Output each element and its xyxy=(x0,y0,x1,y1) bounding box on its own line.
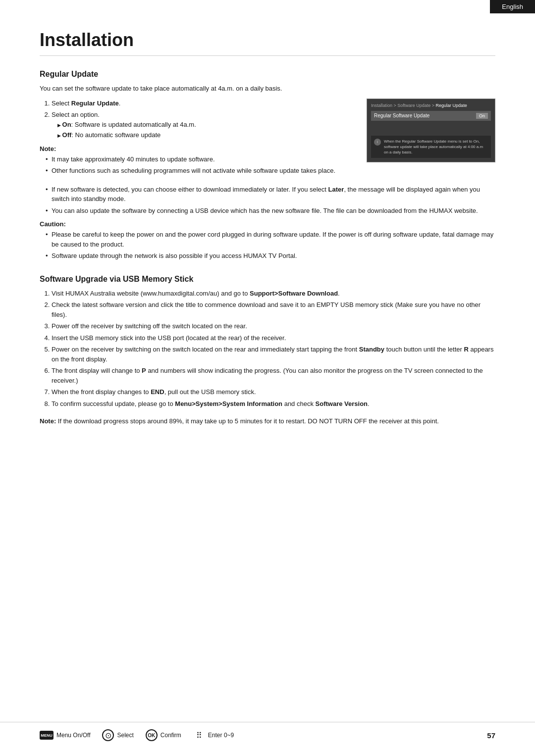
note-bullet-4: You can also update the software by conn… xyxy=(46,206,495,216)
option-on: On: Software is updated automatically at… xyxy=(57,120,357,130)
page-title: Installation xyxy=(40,30,495,56)
screen-breadcrumb: Installation > Software Update > Regular… xyxy=(371,103,491,108)
regular-update-twocol: Select Regular Update. Select an option.… xyxy=(40,99,495,180)
footer-controls: MENU Menu On/Off ⊙ Select OK Confirm ⠿ E… xyxy=(40,729,234,741)
note-label: Note: xyxy=(40,145,357,152)
regular-update-heading: Regular Update xyxy=(40,70,495,79)
footer-enter-control: ⠿ Enter 0~9 xyxy=(193,729,234,741)
usb-step-3: Power off the receiver by switching off … xyxy=(52,321,495,331)
screen-note-text: When the Regular Software Update menu is… xyxy=(384,139,488,155)
note-bullet-2: Other functions such as scheduling progr… xyxy=(46,166,357,176)
arrow-options: On: Software is updated automatically at… xyxy=(57,120,357,140)
footer-confirm-control: OK Confirm xyxy=(146,729,181,741)
footer-menu-control: MENU Menu On/Off xyxy=(40,731,90,740)
usb-step-6: The front display will change to P and n… xyxy=(52,366,495,385)
regular-update-screen: Installation > Software Update > Regular… xyxy=(367,99,495,180)
note-bullet-1: It may take approximately 40 minutes to … xyxy=(46,154,357,164)
footer-select-control: ⊙ Select xyxy=(102,729,133,741)
caution-bullets: Please be careful to keep the power on a… xyxy=(46,230,495,261)
screen-note: i When the Regular Software Update menu … xyxy=(371,136,491,158)
option-off: Off: No automatic software update xyxy=(57,130,357,140)
usb-step-2: Check the latest software version and cl… xyxy=(52,300,495,319)
screen-note-icon: i xyxy=(374,139,381,146)
page-number: 57 xyxy=(487,731,495,740)
numpad-icon: ⠿ xyxy=(193,729,205,741)
regular-update-section: Regular Update You can set the software … xyxy=(40,70,495,261)
ok-icon: OK xyxy=(146,729,158,741)
footer: MENU Menu On/Off ⊙ Select OK Confirm ⠿ E… xyxy=(0,722,535,741)
menu-icon: MENU xyxy=(40,731,54,740)
usb-step-4: Insert the USB memory stick into the USB… xyxy=(52,333,495,343)
screen-mockup: Installation > Software Update > Regular… xyxy=(367,99,495,163)
screen-row-value: On xyxy=(476,113,488,119)
usb-note-text: If the download progress stops around 89… xyxy=(58,417,439,425)
footer-menu-label: Menu On/Off xyxy=(56,732,90,739)
language-label: English xyxy=(502,3,523,10)
note-bullet-3: If new software is detected, you can cho… xyxy=(46,185,495,204)
regular-update-steps: Select Regular Update. Select an option.… xyxy=(52,99,357,140)
usb-upgrade-section: Software Upgrade via USB Memory Stick Vi… xyxy=(40,275,495,426)
regular-update-intro: You can set the software update to take … xyxy=(40,84,495,94)
usb-note-block: Note: If the download progress stops aro… xyxy=(40,416,495,426)
screen-row: Regular Software Update On xyxy=(371,111,491,121)
usb-note-key: Note: xyxy=(40,417,56,425)
footer-confirm-label: Confirm xyxy=(160,732,181,739)
note-bullets: It may take approximately 40 minutes to … xyxy=(46,154,357,176)
usb-step-7: When the front display changes to END, p… xyxy=(52,387,495,397)
caution-bullet-1: Please be careful to keep the power on a… xyxy=(46,230,495,249)
select-icon: ⊙ xyxy=(102,729,114,741)
regular-update-left: Select Regular Update. Select an option.… xyxy=(40,99,357,180)
language-badge: English xyxy=(490,0,535,13)
footer-enter-label: Enter 0~9 xyxy=(208,732,234,739)
caution-label: Caution: xyxy=(40,220,495,228)
footer-select-label: Select xyxy=(117,732,133,739)
note-bullets-continued: If new software is detected, you can cho… xyxy=(46,185,495,216)
usb-upgrade-steps: Visit HUMAX Australia website (www.humax… xyxy=(52,289,495,409)
step-2: Select an option. On: Software is update… xyxy=(52,110,357,140)
usb-upgrade-heading: Software Upgrade via USB Memory Stick xyxy=(40,275,495,284)
caution-bullet-2: Software update through the network is a… xyxy=(46,251,495,261)
usb-step-8: To confirm successful update, please go … xyxy=(52,399,495,409)
step-1: Select Regular Update. xyxy=(52,99,357,108)
screen-row-label: Regular Software Update xyxy=(374,113,429,118)
page-container: English Installation Regular Update You … xyxy=(0,0,535,756)
usb-step-1: Visit HUMAX Australia website (www.humax… xyxy=(52,289,495,299)
usb-step-5: Power on the receiver by switching on th… xyxy=(52,345,495,364)
